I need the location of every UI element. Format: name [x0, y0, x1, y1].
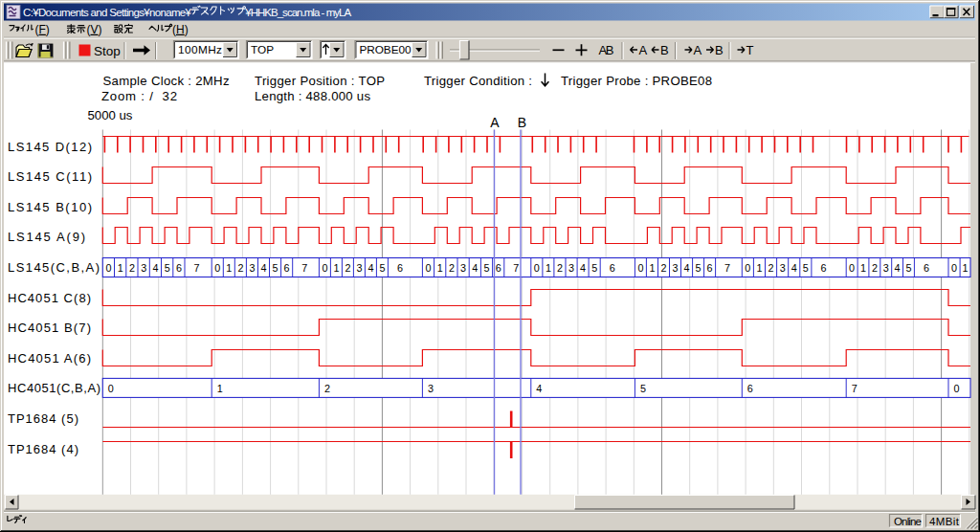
- svg-text:6: 6: [924, 262, 929, 274]
- svg-text:A: A: [490, 115, 500, 130]
- svg-text:T: T: [746, 43, 754, 57]
- svg-text:5: 5: [696, 262, 702, 274]
- svg-text:5: 5: [640, 383, 646, 394]
- svg-text:2: 2: [557, 262, 563, 274]
- svg-text:2: 2: [449, 262, 455, 274]
- svg-text:1: 1: [226, 262, 232, 274]
- svg-text:¥HHKB_scan.mla - myLA: ¥HHKB_scan.mla - myLA: [244, 7, 351, 18]
- svg-text:7: 7: [513, 262, 519, 274]
- svg-text:AB: AB: [599, 43, 614, 57]
- svg-text:0: 0: [534, 262, 540, 274]
- svg-text:4: 4: [683, 262, 689, 274]
- svg-text:6: 6: [747, 383, 753, 394]
- svg-text:6: 6: [397, 262, 403, 274]
- svg-text:6: 6: [284, 262, 290, 274]
- svg-text:1: 1: [118, 262, 123, 274]
- svg-text:1: 1: [649, 262, 655, 274]
- svg-text:1: 1: [962, 262, 968, 274]
- svg-text:6: 6: [610, 262, 615, 274]
- svg-text:6: 6: [496, 262, 501, 274]
- svg-text:HC4051 A(6): HC4051 A(6): [8, 351, 91, 366]
- svg-text:4MBit: 4MBit: [929, 516, 960, 527]
- svg-text:5: 5: [165, 262, 170, 274]
- svg-text:6: 6: [176, 262, 182, 274]
- svg-text:3: 3: [883, 262, 889, 274]
- svg-text:4: 4: [260, 262, 266, 274]
- svg-text:3: 3: [672, 262, 678, 274]
- svg-text:0: 0: [745, 262, 750, 274]
- svg-text:0: 0: [951, 262, 957, 274]
- svg-text:(H): (H): [172, 23, 189, 36]
- svg-text:2: 2: [345, 262, 350, 274]
- svg-text:7: 7: [301, 262, 307, 274]
- svg-text:5: 5: [273, 262, 278, 274]
- svg-text:0: 0: [322, 262, 327, 274]
- svg-text:LS145 A(9): LS145 A(9): [8, 230, 85, 244]
- svg-text:LS145(C,B,A): LS145(C,B,A): [8, 260, 100, 275]
- svg-text:1: 1: [217, 383, 223, 394]
- svg-text:C:¥Documents and Settings¥nona: C:¥Documents and Settings¥noname¥: [23, 7, 192, 18]
- svg-text:2: 2: [324, 383, 330, 394]
- svg-text:3: 3: [249, 262, 255, 274]
- svg-text:5: 5: [591, 262, 597, 274]
- svg-text:3: 3: [460, 262, 466, 274]
- svg-text:4: 4: [368, 262, 373, 274]
- svg-text:0: 0: [425, 262, 431, 274]
- svg-text:4: 4: [472, 262, 478, 274]
- svg-text:0: 0: [214, 262, 220, 274]
- svg-text:0: 0: [105, 262, 111, 274]
- svg-text:2: 2: [660, 262, 666, 274]
- svg-text:0: 0: [849, 262, 855, 274]
- svg-text:7: 7: [852, 383, 858, 394]
- svg-text:HC4051 C(8): HC4051 C(8): [8, 291, 91, 305]
- svg-text:2: 2: [129, 262, 135, 274]
- svg-text:Online: Online: [894, 516, 922, 527]
- svg-text:B: B: [715, 43, 724, 57]
- svg-text:2: 2: [872, 262, 878, 274]
- svg-text:4: 4: [152, 262, 158, 274]
- svg-text:0: 0: [637, 262, 643, 274]
- svg-text:Trigger Condition :: Trigger Condition :: [424, 74, 532, 88]
- svg-text:TP1684 (5): TP1684 (5): [8, 411, 78, 426]
- svg-text:6: 6: [707, 262, 713, 274]
- svg-text:Trigger Position : TOP: Trigger Position : TOP: [255, 74, 385, 88]
- svg-text:B: B: [518, 115, 526, 130]
- svg-text:Length : 488.000 us: Length : 488.000 us: [255, 89, 370, 103]
- svg-text:Trigger Probe : PROBE08: Trigger Probe : PROBE08: [561, 74, 712, 88]
- svg-text:4: 4: [536, 383, 542, 394]
- svg-text:7: 7: [193, 262, 199, 274]
- svg-text:TP1684 (4): TP1684 (4): [8, 442, 78, 456]
- svg-text:PROBE00: PROBE00: [360, 43, 412, 56]
- svg-text:1: 1: [860, 262, 866, 274]
- svg-text:0: 0: [108, 383, 114, 394]
- svg-text:5000 us: 5000 us: [88, 108, 133, 122]
- svg-text:Stop: Stop: [94, 44, 121, 58]
- svg-text:1: 1: [546, 262, 551, 274]
- svg-text:B: B: [660, 43, 669, 57]
- svg-text:(F): (F): [35, 23, 50, 36]
- svg-text:3: 3: [428, 383, 434, 394]
- svg-text:5: 5: [905, 262, 911, 274]
- svg-text:2: 2: [237, 262, 243, 274]
- svg-text:4: 4: [895, 262, 901, 274]
- svg-text:LS145 D(12): LS145 D(12): [8, 140, 92, 154]
- svg-text:3: 3: [356, 262, 362, 274]
- svg-text:1: 1: [437, 262, 443, 274]
- svg-text:7: 7: [724, 262, 730, 274]
- svg-text:Sample Clock : 2MHz: Sample Clock : 2MHz: [103, 74, 230, 88]
- svg-text:(V): (V): [87, 23, 102, 36]
- svg-text:100MHz: 100MHz: [178, 43, 222, 56]
- svg-text:HC4051 B(7): HC4051 B(7): [8, 321, 91, 335]
- svg-text:1: 1: [333, 262, 339, 274]
- svg-text:Zoom : / 32: Zoom : / 32: [101, 89, 177, 103]
- svg-text:5: 5: [803, 262, 809, 274]
- svg-text:A: A: [639, 43, 648, 57]
- svg-text:HC4051(C,B,A): HC4051(C,B,A): [8, 381, 100, 395]
- svg-text:5: 5: [483, 262, 489, 274]
- svg-text:6: 6: [820, 262, 826, 274]
- svg-text:4: 4: [580, 262, 586, 274]
- svg-text:TOP: TOP: [251, 43, 274, 56]
- svg-text:3: 3: [141, 262, 146, 274]
- svg-text:3: 3: [568, 262, 574, 274]
- svg-text:5: 5: [379, 262, 385, 274]
